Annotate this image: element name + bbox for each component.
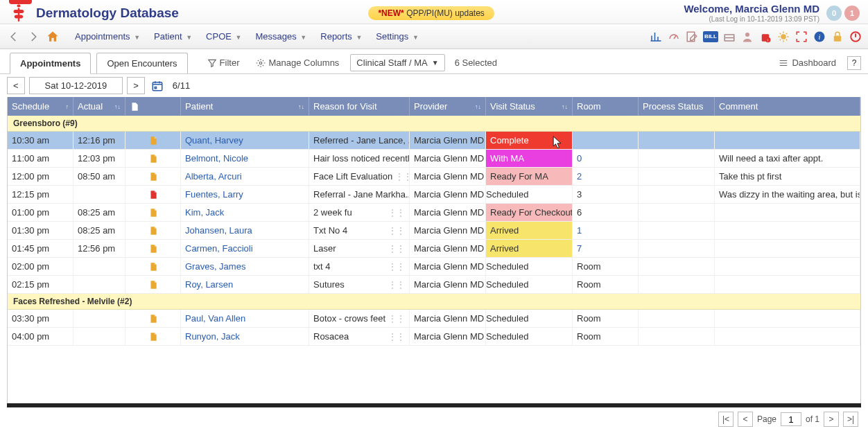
patient-link[interactable]: Johansen, Laura — [181, 222, 309, 239]
gauge-icon[interactable] — [667, 30, 681, 44]
cell-file[interactable] — [125, 240, 181, 257]
table-row[interactable]: 01:45 pm12:56 pmCarmen, FaccioliLaser⋮⋮M… — [8, 240, 860, 258]
edit-note-icon[interactable] — [685, 30, 699, 44]
sun-icon[interactable] — [776, 30, 790, 44]
cell-status[interactable]: Arrived — [486, 240, 573, 257]
cell-file[interactable] — [125, 310, 181, 327]
bar-chart-icon[interactable] — [649, 30, 663, 44]
bag-alert-icon[interactable]: i — [758, 30, 772, 44]
cell-status[interactable]: Arrived — [486, 222, 573, 239]
patient-link[interactable]: Fuentes, Larry — [181, 186, 309, 203]
table-row[interactable]: 02:15 pmRoy, LarsenSutures⋮⋮Marcia Glenn… — [8, 276, 860, 294]
drag-handle-icon[interactable]: ⋮⋮ — [385, 244, 405, 254]
table-row[interactable]: 04:00 pmRunyon, JackRosacea⋮⋮Marcia Glen… — [8, 328, 860, 346]
cell-file[interactable] — [125, 328, 181, 345]
cell-file[interactable] — [125, 168, 181, 185]
cell-file[interactable] — [125, 276, 181, 293]
power-icon[interactable] — [849, 30, 862, 44]
table-row[interactable]: 10:30 am12:16 pmQuant, HarveyReferred - … — [8, 132, 860, 150]
next-day-button[interactable]: > — [127, 77, 145, 94]
patient-link[interactable]: Paul, Van Allen — [181, 310, 309, 327]
page-prev-button[interactable]: < — [738, 412, 753, 427]
col-schedule[interactable]: Schedule↑ — [8, 97, 73, 116]
menu-patient[interactable]: Patient ▼ — [147, 26, 199, 47]
announcement-banner[interactable]: *NEW* QPP/PI(MU) updates — [368, 6, 494, 20]
cell-status[interactable]: Scheduled — [486, 258, 573, 275]
cell-file[interactable] — [125, 150, 181, 167]
col-actual[interactable]: Actual↑↓ — [73, 97, 125, 116]
col-comment[interactable]: Comment — [715, 97, 860, 116]
menu-cpoe[interactable]: CPOE ▼ — [199, 26, 248, 47]
table-row[interactable]: 03:30 pmPaul, Van AllenBotox - crows fee… — [8, 310, 860, 328]
notification-badge-0[interactable]: 0 — [826, 6, 842, 21]
user-icon[interactable] — [740, 30, 754, 44]
room-link[interactable]: 1 — [577, 225, 582, 236]
filter-button[interactable]: Filter — [202, 55, 245, 71]
cell-status[interactable]: Scheduled — [486, 276, 573, 293]
patient-link[interactable]: Roy, Larsen — [181, 276, 309, 293]
menu-messages[interactable]: Messages ▼ — [248, 26, 313, 47]
col-file-icon[interactable] — [125, 97, 181, 116]
group-header[interactable]: Greensboro (#9) — [8, 116, 860, 132]
cell-status[interactable]: Scheduled — [486, 328, 573, 345]
home-icon[interactable] — [44, 28, 61, 45]
drag-handle-icon[interactable]: ⋮⋮ — [385, 226, 405, 236]
lock-icon[interactable] — [831, 30, 844, 44]
patient-link[interactable]: Alberta, Arcuri — [181, 168, 309, 185]
cell-status[interactable]: Scheduled — [486, 310, 573, 327]
room-link[interactable]: 7 — [577, 243, 582, 254]
page-input[interactable] — [781, 412, 801, 426]
drag-handle-icon[interactable]: ⋮⋮ — [385, 208, 405, 218]
cell-status[interactable]: Ready For MA — [486, 168, 573, 185]
current-date[interactable]: Sat 10-12-2019 — [29, 77, 123, 94]
patient-link[interactable]: Runyon, Jack — [181, 328, 309, 345]
patient-link[interactable]: Carmen, Faccioli — [181, 240, 309, 257]
table-row[interactable]: 01:30 pm08:25 amJohansen, LauraTxt No 4⋮… — [8, 222, 860, 240]
manage-columns-button[interactable]: Manage Columns — [250, 55, 345, 71]
cell-file[interactable] — [125, 204, 181, 221]
nav-back-icon[interactable] — [6, 28, 22, 45]
room-link[interactable]: 2 — [577, 171, 582, 182]
nav-forward-icon[interactable] — [25, 28, 42, 45]
cell-status[interactable]: Complete — [486, 132, 573, 149]
bill-icon[interactable]: BILL — [703, 31, 718, 42]
drag-handle-icon[interactable]: ⋮⋮ — [385, 280, 405, 290]
patient-link[interactable]: Graves, James — [181, 258, 309, 275]
cell-file[interactable] — [125, 132, 181, 149]
page-next-button[interactable]: > — [824, 412, 839, 427]
table-row[interactable]: 12:00 pm08:50 amAlberta, ArcuriFace Lift… — [8, 168, 860, 186]
expand-icon[interactable] — [795, 30, 808, 44]
table-row[interactable]: 01:00 pm08:25 amKim, Jack2 week fu⋮⋮Marc… — [8, 204, 860, 222]
cell-file[interactable] — [125, 186, 181, 203]
col-room[interactable]: Room — [573, 97, 639, 116]
page-last-button[interactable]: >| — [843, 412, 858, 427]
calendar-icon[interactable] — [149, 78, 166, 94]
menu-reports[interactable]: Reports ▼ — [313, 26, 369, 47]
cell-status[interactable]: Ready For Checkout — [486, 204, 573, 221]
patient-link[interactable]: Kim, Jack — [181, 204, 309, 221]
col-process[interactable]: Process Status — [639, 97, 715, 116]
drag-handle-icon[interactable]: ⋮⋮ — [385, 262, 405, 272]
drag-handle-icon[interactable]: ⋮⋮ — [385, 332, 405, 342]
cell-status[interactable]: Scheduled — [486, 186, 573, 203]
drag-handle-icon[interactable]: ⋮⋮ — [385, 314, 405, 324]
col-status[interactable]: Visit Status↑↓ — [486, 97, 573, 116]
patient-link[interactable]: Quant, Harvey — [181, 132, 309, 149]
menu-settings[interactable]: Settings ▼ — [369, 26, 426, 47]
tab-appointments[interactable]: Appointments — [10, 53, 91, 74]
table-row[interactable]: 02:00 pmGraves, Jamestxt 4⋮⋮Marcia Glenn… — [8, 258, 860, 276]
help-button[interactable]: ? — [847, 56, 861, 70]
cell-file[interactable] — [125, 258, 181, 275]
dashboard-button[interactable]: Dashboard — [772, 55, 842, 71]
menu-appointments[interactable]: Appointments ▼ — [68, 26, 147, 47]
page-first-button[interactable]: |< — [718, 412, 734, 427]
info-icon[interactable]: i — [813, 30, 826, 44]
room-link[interactable]: 0 — [577, 153, 582, 164]
group-header[interactable]: Faces Refreshed - Melvile (#2) — [8, 294, 860, 310]
cell-status[interactable]: With MA — [486, 150, 573, 167]
grid-body[interactable]: Greensboro (#9)10:30 am12:16 pmQuant, Ha… — [8, 116, 860, 403]
tab-open-encounters[interactable]: Open Encounters — [96, 53, 187, 73]
cell-file[interactable] — [125, 222, 181, 239]
col-patient[interactable]: Patient↑↓ — [181, 97, 309, 116]
patient-link[interactable]: Belmont, Nicole — [181, 150, 309, 167]
